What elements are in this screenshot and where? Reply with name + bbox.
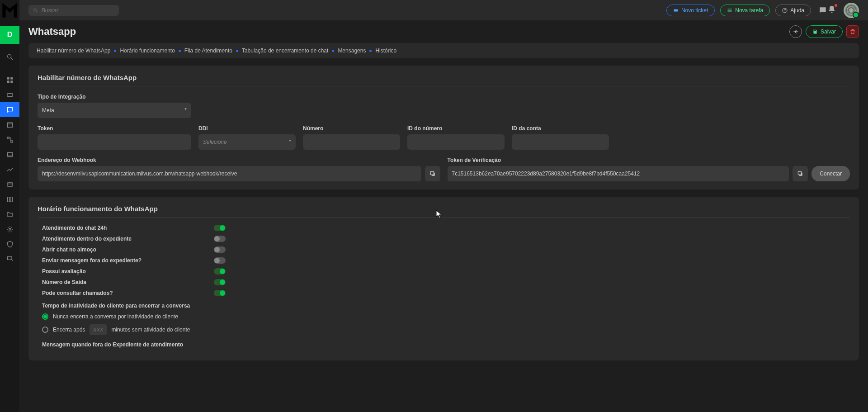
search-input[interactable]: [42, 7, 114, 14]
conectar-button[interactable]: Conectar: [811, 166, 850, 181]
user-avatar[interactable]: [844, 3, 859, 18]
sidebar-item-tickets[interactable]: [0, 87, 19, 102]
radio-nunca-label: Nunca encerra a conversa por inatividade…: [53, 313, 178, 320]
sidebar-item-knowledge[interactable]: [0, 192, 19, 207]
sidebar: D: [0, 0, 19, 412]
opt-label-saida: Número de Saída: [42, 279, 214, 285]
svg-point-0: [7, 54, 11, 58]
toggle-avaliacao[interactable]: [214, 268, 226, 275]
toggle-saida[interactable]: [214, 279, 226, 285]
svg-rect-7: [7, 123, 12, 127]
page-title: Whatsapp: [28, 26, 76, 38]
section-horario-title: Horário funcionamento do WhatsApp: [38, 205, 850, 218]
sidebar-item-calendar[interactable]: [0, 117, 19, 132]
save-button[interactable]: Salvar: [806, 25, 843, 38]
toggle-almoco[interactable]: [214, 246, 226, 253]
sidebar-item-folder[interactable]: [0, 207, 19, 222]
tab-separator-icon: [332, 50, 334, 52]
svg-line-1: [11, 58, 13, 60]
ddi-label: DDI: [198, 125, 296, 132]
id-conta-input[interactable]: [512, 134, 609, 150]
new-ticket-label: Novo ticket: [681, 7, 708, 14]
svg-rect-19: [674, 9, 678, 11]
tab-horario[interactable]: Horário funcionamento: [120, 47, 175, 54]
toggle-fora-expediente[interactable]: [214, 257, 226, 264]
notifications-button[interactable]: [827, 5, 836, 16]
ticket-icon: [673, 8, 679, 13]
new-ticket-button[interactable]: Novo ticket: [666, 5, 715, 16]
svg-rect-22: [728, 11, 732, 12]
svg-rect-26: [430, 171, 434, 175]
save-icon: [812, 29, 818, 34]
sidebar-item-chat[interactable]: [0, 102, 19, 117]
opt-label-expediente: Atendimento dentro do expediente: [42, 236, 214, 242]
toggle-chat24h[interactable]: [214, 225, 226, 231]
opt-label-almoco: Abrir chat no almoço: [42, 246, 214, 253]
search-icon: [33, 8, 38, 13]
ddi-select[interactable]: [198, 134, 296, 150]
numero-label: Número: [303, 125, 400, 132]
sidebar-item-devices[interactable]: [0, 147, 19, 162]
svg-rect-9: [7, 137, 9, 139]
sidebar-item-settings[interactable]: [0, 222, 19, 237]
id-numero-input[interactable]: [407, 134, 505, 150]
arrow-left-icon: [793, 28, 799, 35]
app-logo[interactable]: [0, 0, 19, 20]
tab-tabulacao[interactable]: Tabulação de encerramento de chat: [242, 47, 328, 54]
radio-encerra-apos[interactable]: [42, 327, 48, 333]
copy-webhook-button[interactable]: [425, 166, 440, 181]
svg-rect-24: [814, 30, 816, 31]
token-input[interactable]: [38, 134, 191, 150]
save-label: Salvar: [821, 28, 836, 35]
sidebar-workspace-badge[interactable]: D: [0, 26, 19, 44]
tab-habilitar[interactable]: Habilitar número de WhatsApp: [37, 47, 110, 54]
sidebar-item-flow[interactable]: [0, 132, 19, 147]
opt-label-fora-expediente: Enviar mensagem fora do expediente?: [42, 257, 214, 264]
msg-fora-heading: Mensagem quando fora do Expediente de at…: [42, 341, 850, 348]
back-button[interactable]: [789, 25, 802, 38]
help-label: Ajuda: [790, 7, 804, 14]
sidebar-item-dashboard[interactable]: [0, 72, 19, 87]
list-icon: [727, 8, 732, 13]
id-numero-label: ID do número: [407, 125, 505, 132]
global-search[interactable]: [28, 5, 119, 16]
minutos-input[interactable]: [90, 324, 107, 335]
tab-separator-icon: [369, 50, 372, 52]
help-button[interactable]: Ajuda: [775, 5, 811, 16]
delete-button[interactable]: [846, 25, 859, 38]
copy-icon: [429, 170, 436, 177]
trash-icon: [849, 28, 856, 35]
page-header: Whatsapp Salvar: [28, 20, 859, 43]
svg-point-15: [9, 228, 11, 230]
tab-separator-icon: [114, 50, 116, 52]
webhook-input[interactable]: [38, 166, 421, 181]
svg-rect-3: [10, 77, 13, 80]
tab-fila[interactable]: Fila de Atendimento: [184, 47, 232, 54]
radio-nunca-encerra[interactable]: [42, 313, 48, 320]
messages-icon[interactable]: [818, 6, 827, 15]
sidebar-item-remote[interactable]: [0, 251, 19, 266]
copy-token-button[interactable]: [793, 166, 808, 181]
help-icon: [782, 8, 788, 13]
sidebar-item-charts[interactable]: [0, 162, 19, 177]
token-ver-input[interactable]: [448, 166, 789, 181]
tab-historico[interactable]: Histórico: [375, 47, 396, 54]
numero-input[interactable]: [303, 134, 400, 150]
svg-rect-11: [7, 152, 12, 156]
sidebar-item-search[interactable]: [0, 49, 19, 64]
toggle-expediente[interactable]: [214, 236, 226, 242]
sidebar-item-security[interactable]: [0, 237, 19, 251]
toggle-consultar[interactable]: [214, 290, 226, 296]
tab-mensagens[interactable]: Mensagens: [338, 47, 366, 54]
svg-rect-16: [7, 256, 11, 260]
main-content: Whatsapp Salvar Habilitar número de What…: [19, 20, 868, 412]
new-task-button[interactable]: Nova tarefa: [720, 5, 770, 16]
section-habilitar: Habilitar número de WhatsApp Tipo de Int…: [28, 66, 859, 189]
sidebar-item-billing[interactable]: [0, 177, 19, 192]
svg-rect-5: [10, 81, 13, 83]
tipo-select[interactable]: [38, 103, 191, 118]
svg-rect-13: [7, 183, 13, 186]
topbar: Novo ticket Nova tarefa Ajuda: [19, 0, 868, 20]
tipo-label: Tipo de Integração: [38, 94, 191, 100]
opt-label-chat24h: Atendimento do chat 24h: [42, 225, 214, 231]
